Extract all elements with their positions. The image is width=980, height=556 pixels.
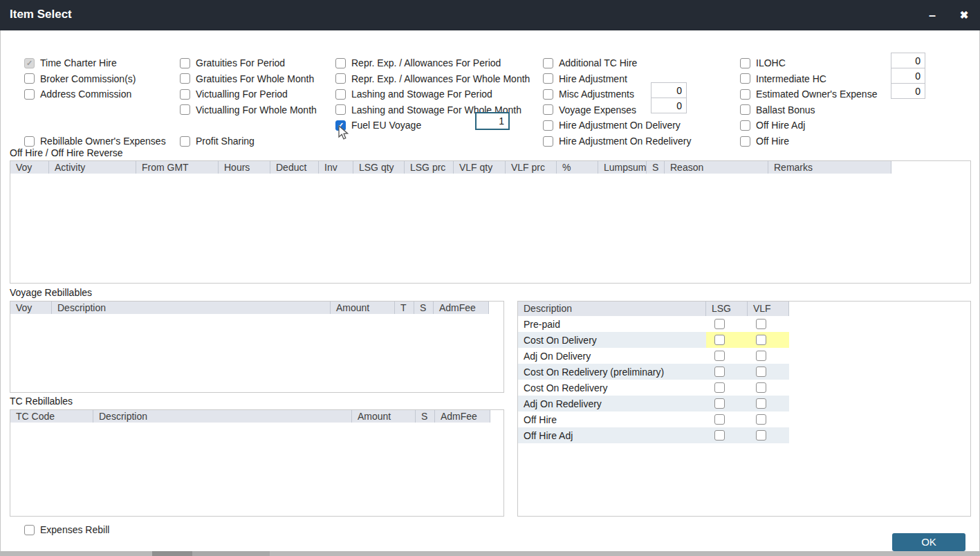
cost-on-delivery-lsg-checkbox[interactable] bbox=[714, 335, 725, 345]
cost-row-cost-on-redelivery: Cost On Redelivery bbox=[518, 380, 789, 396]
cost-on-redelivery-preliminary-vlf-checkbox[interactable] bbox=[756, 367, 766, 377]
additional-tc-hire-label: Additional TC Hire bbox=[559, 57, 637, 68]
column-header-vlf: VLF bbox=[748, 302, 789, 316]
lashing-and-stowage-for-period-checkbox[interactable] bbox=[335, 89, 346, 100]
ballast-bonus-checkbox[interactable] bbox=[740, 104, 750, 115]
titlebar: Item Select – ✖ bbox=[0, 0, 980, 30]
voyage-rebillables-section-label: Voyage Rebillables bbox=[10, 287, 92, 298]
checkbox-item-victualling-for-whole-month: Victualling For Whole Month bbox=[180, 102, 317, 118]
column-header-deduct: Deduct bbox=[270, 161, 319, 174]
repr-exp-allowances-for-whole-month-checkbox[interactable] bbox=[335, 73, 346, 84]
dialog-title: Item Select bbox=[10, 8, 72, 21]
expenses-rebill-checkbox[interactable] bbox=[24, 525, 35, 535]
hire-adjustment-on-redelivery-checkbox[interactable] bbox=[543, 136, 553, 147]
checkbox-item-repr-exp-allowances-for-whole-month: Repr. Exp. / Allowances For Whole Month bbox=[335, 71, 530, 86]
gratuities-for-whole-month-checkbox[interactable] bbox=[180, 73, 190, 84]
off-hire-checkbox[interactable] bbox=[740, 136, 750, 147]
minimize-icon[interactable]: – bbox=[923, 6, 941, 24]
lashing-and-stowage-for-period-label: Lashing and Stowage For Period bbox=[351, 89, 492, 100]
off-hire-section-label: Off Hire / Off Hire Reverse bbox=[10, 147, 123, 158]
voyage-expenses-label: Voyage Expenses bbox=[559, 104, 636, 115]
cost-on-redelivery-lsg-checkbox[interactable] bbox=[714, 382, 725, 393]
profit-sharing-checkbox[interactable] bbox=[180, 136, 190, 147]
misc-adjustments-label: Misc Adjustments bbox=[559, 89, 634, 100]
adj-on-redelivery-vlf-checkbox[interactable] bbox=[756, 398, 766, 409]
broker-commission-s-checkbox[interactable] bbox=[24, 73, 35, 84]
off-hire-adj-lsg-checkbox[interactable] bbox=[714, 430, 725, 441]
expenses-rebill-label: Expenses Rebill bbox=[40, 524, 109, 535]
close-icon[interactable]: ✖ bbox=[955, 6, 973, 24]
cost-on-redelivery-preliminary-lsg-checkbox[interactable] bbox=[714, 367, 725, 377]
intermediate-hc-checkbox[interactable] bbox=[740, 73, 750, 84]
cost-row-adj-on-delivery: Adj On Delivery bbox=[518, 348, 789, 364]
estimated-owner-s-expense-checkbox[interactable] bbox=[740, 89, 750, 100]
column-header-: % bbox=[557, 161, 598, 174]
misc-adjustments-checkbox[interactable] bbox=[543, 89, 553, 100]
voyage-expenses-checkbox[interactable] bbox=[543, 104, 553, 115]
off-hire-adj-vlf-checkbox[interactable] bbox=[756, 430, 766, 441]
time-charter-hire-checkbox[interactable]: ✓ bbox=[24, 58, 35, 68]
cost-row-label: Cost On Redelivery bbox=[518, 380, 706, 396]
pre-paid-lsg-checkbox[interactable] bbox=[714, 319, 725, 329]
pre-paid-vlf-checkbox[interactable] bbox=[756, 319, 766, 329]
cost-row-pre-paid: Pre-paid bbox=[518, 316, 789, 332]
voyage-expenses-input[interactable] bbox=[651, 98, 687, 113]
off-hire-vlf-checkbox[interactable] bbox=[756, 414, 766, 425]
cost-cell-lsg bbox=[706, 427, 748, 443]
victualling-for-whole-month-checkbox[interactable] bbox=[180, 104, 190, 115]
additional-tc-hire-checkbox[interactable] bbox=[543, 58, 553, 68]
adj-on-redelivery-lsg-checkbox[interactable] bbox=[714, 398, 725, 409]
estimated-owners-expense-input[interactable] bbox=[891, 83, 925, 99]
checkbox-item-gratuities-for-period: Gratuities For Period bbox=[180, 55, 285, 71]
repr-exp-allowances-for-whole-month-label: Repr. Exp. / Allowances For Whole Month bbox=[351, 73, 530, 84]
lashing-and-stowage-for-whole-month-checkbox[interactable] bbox=[335, 104, 346, 115]
column-header-amount: Amount bbox=[352, 410, 416, 423]
address-commission-checkbox[interactable] bbox=[24, 89, 35, 100]
column-header-description: Description bbox=[52, 302, 331, 314]
address-commission-label: Address Commission bbox=[40, 89, 131, 100]
cost-allocation-table-header: DescriptionLSGVLF bbox=[518, 302, 789, 316]
repr-exp-allowances-for-period-checkbox[interactable] bbox=[335, 58, 346, 68]
broker-commission-s-label: Broker Commission(s) bbox=[40, 73, 136, 84]
cost-cell-lsg bbox=[706, 411, 748, 427]
mouse-cursor-icon bbox=[338, 125, 349, 140]
victualling-for-whole-month-label: Victualling For Whole Month bbox=[196, 104, 317, 115]
adj-on-delivery-lsg-checkbox[interactable] bbox=[714, 351, 725, 361]
ballast-bonus-label: Ballast Bonus bbox=[756, 104, 815, 115]
cost-cell-vlf bbox=[748, 411, 789, 427]
off-hire-adj-checkbox[interactable] bbox=[740, 120, 750, 131]
gratuities-for-whole-month-label: Gratuities For Whole Month bbox=[196, 73, 314, 84]
column-header-voy: Voy bbox=[10, 161, 49, 174]
hire-adjustment-label: Hire Adjustment bbox=[559, 73, 627, 84]
cost-cell-lsg bbox=[706, 396, 748, 411]
column-header-voy: Voy bbox=[10, 302, 52, 314]
checkbox-item-repr-exp-allowances-for-period: Repr. Exp. / Allowances For Period bbox=[335, 55, 501, 71]
cost-on-redelivery-vlf-checkbox[interactable] bbox=[756, 382, 766, 393]
fuel-eu-voyage-input[interactable] bbox=[475, 112, 510, 130]
hire-adjustment-on-delivery-checkbox[interactable] bbox=[543, 120, 553, 131]
intermediate-hc-input[interactable] bbox=[891, 68, 925, 84]
misc-adjustments-input[interactable] bbox=[651, 82, 687, 98]
victualling-for-period-checkbox[interactable] bbox=[180, 89, 190, 100]
gratuities-for-period-label: Gratuities For Period bbox=[196, 57, 285, 68]
ilohc-input[interactable] bbox=[891, 53, 925, 68]
column-header-t: T bbox=[395, 302, 414, 314]
column-header-description: Description bbox=[93, 410, 352, 423]
adj-on-delivery-vlf-checkbox[interactable] bbox=[756, 351, 766, 361]
bottom-scrollbar[interactable] bbox=[0, 551, 980, 556]
off-hire-lsg-checkbox[interactable] bbox=[714, 414, 725, 425]
checkbox-item-off-hire-adj: Off Hire Adj bbox=[740, 118, 805, 133]
gratuities-for-period-checkbox[interactable] bbox=[180, 58, 190, 68]
hire-adjustment-checkbox[interactable] bbox=[543, 73, 553, 84]
profit-sharing-label: Profit Sharing bbox=[196, 136, 255, 147]
rebillable-owner-s-expenses-checkbox[interactable] bbox=[24, 136, 35, 147]
cost-cell-lsg bbox=[706, 348, 748, 364]
column-header-tc-code: TC Code bbox=[10, 410, 93, 423]
checkbox-item-profit-sharing: Profit Sharing bbox=[180, 133, 255, 149]
column-header-vlf-qty: VLF qty bbox=[454, 161, 506, 174]
ok-button[interactable]: OK bbox=[892, 533, 965, 551]
off-hire-label: Off Hire bbox=[756, 136, 789, 147]
cost-on-delivery-vlf-checkbox[interactable] bbox=[756, 335, 766, 345]
ilohc-checkbox[interactable] bbox=[740, 58, 750, 68]
checkbox-item-hire-adjustment-on-delivery: Hire Adjustment On Delivery bbox=[543, 118, 681, 133]
